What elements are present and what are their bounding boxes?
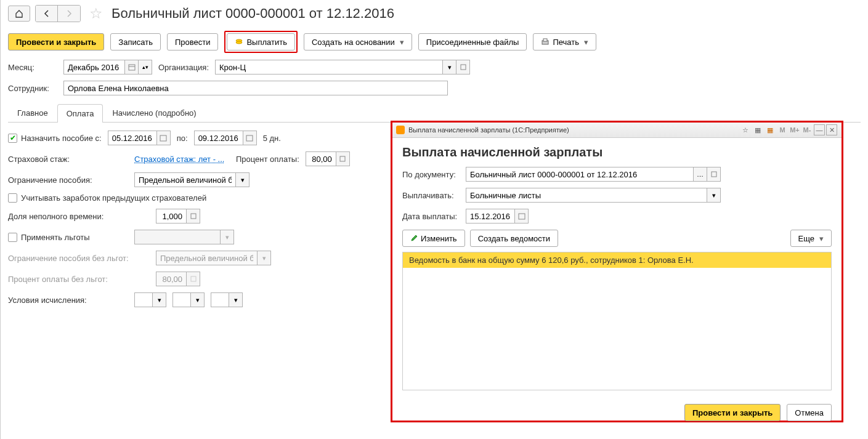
dropdown-button[interactable]: ▾: [443, 60, 456, 75]
insurance-link[interactable]: Страховой стаж: лет - ...: [134, 155, 230, 164]
more-button[interactable]: Еще ▾: [790, 230, 832, 247]
part-time-input[interactable]: [156, 209, 187, 224]
apply-benefits-label: Применять льготы: [21, 233, 90, 242]
mem-mplus-button[interactable]: M+: [789, 124, 800, 135]
by-doc-input[interactable]: [466, 167, 694, 182]
app-icon: [396, 126, 405, 134]
date-to-calendar-button[interactable]: [243, 131, 257, 145]
svg-point-1: [236, 41, 242, 44]
popup-cancel-button[interactable]: Отмена: [787, 404, 832, 421]
pay-type-group: ▾: [466, 188, 721, 203]
print-button[interactable]: Печать ▾: [533, 33, 596, 50]
days-label: 5 дн.: [263, 134, 281, 143]
by-doc-select-button[interactable]: …: [694, 167, 707, 182]
date-to-input[interactable]: [194, 131, 243, 145]
edit-button[interactable]: Изменить: [402, 230, 465, 247]
forward-button[interactable]: [58, 6, 80, 22]
favorite-star-icon[interactable]: ☆: [89, 5, 103, 22]
popup-toolbar2: Изменить Создать ведомости Еще ▾: [402, 230, 832, 247]
apply-benefits-checkbox-wrap[interactable]: Применять льготы: [8, 233, 128, 242]
post-button[interactable]: Провести: [167, 33, 219, 50]
part-time-label: Доля неполного времени:: [8, 212, 150, 221]
pay-percent-input[interactable]: [306, 151, 336, 166]
limit-no-benefits-input: [156, 251, 258, 265]
calculator-icon: [339, 156, 346, 162]
pay-type-dropdown-button[interactable]: ▾: [707, 188, 721, 203]
limit-input[interactable]: [134, 172, 236, 187]
payment-popup: Выплата начисленной зарплаты (1С:Предпри…: [391, 121, 843, 422]
calendar-popup-icon[interactable]: ▦: [765, 124, 776, 135]
pay-date-input[interactable]: [466, 209, 515, 224]
home-button[interactable]: [8, 6, 30, 22]
tab-payment[interactable]: Оплата: [57, 104, 103, 123]
svg-rect-12: [712, 172, 716, 177]
pay-date-calendar-button[interactable]: [515, 209, 529, 224]
org-input[interactable]: [215, 60, 443, 75]
popup-post-close-button[interactable]: Провести и закрыть: [684, 404, 781, 421]
assign-benefit-checkbox-wrap[interactable]: ✔ Назначить пособие с:: [8, 134, 102, 143]
post-and-close-button[interactable]: Провести и закрыть: [8, 33, 104, 50]
chevron-down-icon: ▾: [819, 234, 824, 243]
sheets-list[interactable]: Ведомость в банк на общую сумму 6 120,6 …: [402, 252, 832, 390]
calendar-icon: [128, 63, 136, 71]
employee-row: Сотрудник:: [1, 78, 868, 99]
employee-input[interactable]: [63, 81, 448, 95]
pay-date-row: Дата выплаты:: [402, 209, 832, 224]
date-from-calendar-button[interactable]: [157, 131, 171, 145]
date-from-input[interactable]: [108, 131, 157, 145]
cond2-input[interactable]: [172, 292, 191, 307]
part-time-calc-button[interactable]: [187, 209, 200, 224]
prev-insurers-checkbox-wrap[interactable]: Учитывать заработок предыдущих страховат…: [8, 193, 206, 203]
assign-benefit-label: Назначить пособие с:: [21, 134, 102, 143]
home-icon: [15, 9, 23, 18]
cond2-dropdown[interactable]: ▾: [191, 292, 205, 307]
tab-accrued[interactable]: Начислено (подробно): [103, 103, 205, 122]
limit-group: ▾: [134, 172, 249, 187]
popup-titlebar: Выплата начисленной зарплаты (1С:Предпри…: [392, 123, 842, 138]
checkbox-icon: [8, 233, 17, 242]
create-sheets-button[interactable]: Создать ведомости: [470, 230, 558, 247]
employee-label: Сотрудник:: [8, 84, 57, 93]
attached-files-button[interactable]: Присоединенные файлы: [418, 33, 527, 50]
cond1-dropdown[interactable]: ▾: [153, 292, 166, 307]
cond1-input[interactable]: [134, 292, 153, 307]
list-item[interactable]: Ведомость в банк на общую сумму 6 120,6 …: [403, 252, 831, 268]
pay-button-label: Выплатить: [246, 38, 287, 47]
pay-date-label: Дата выплаты:: [402, 212, 461, 221]
popup-footer: Провести и закрыть Отмена: [392, 398, 842, 427]
limit-label: Ограничение пособия:: [8, 175, 128, 185]
mem-m-button[interactable]: M: [777, 124, 788, 135]
percent-no-benefits-input: [156, 272, 187, 286]
cond3-group: ▾: [211, 292, 243, 307]
calendar-icon: [518, 212, 525, 220]
calendar-icon: [246, 134, 253, 142]
cond3-dropdown[interactable]: ▾: [229, 292, 243, 307]
cond3-input[interactable]: [211, 292, 229, 307]
open-button[interactable]: [456, 60, 470, 75]
minimize-icon[interactable]: —: [814, 124, 825, 135]
tab-main[interactable]: Главное: [8, 103, 57, 122]
by-doc-open-button[interactable]: [707, 167, 721, 182]
month-input[interactable]: [63, 60, 125, 75]
calendar-button[interactable]: [125, 60, 139, 75]
pencil-icon: [410, 235, 418, 242]
back-button[interactable]: [36, 6, 58, 22]
mem-mminus-button[interactable]: M-: [801, 124, 813, 135]
insurance-label: Страховой стаж:: [8, 155, 128, 164]
pay-button[interactable]: Выплатить: [227, 33, 295, 50]
limit-dropdown-button[interactable]: ▾: [236, 172, 249, 187]
calc-button[interactable]: [336, 151, 350, 166]
date-to-group: [194, 131, 257, 145]
percent-no-benefits-calc-button: [187, 272, 200, 286]
date-from-group: [108, 131, 171, 145]
prev-insurers-label: Учитывать заработок предыдущих страховат…: [21, 193, 206, 203]
header: ☆ Больничный лист 0000-000001 от 12.12.2…: [1, 0, 868, 27]
svg-rect-13: [519, 214, 525, 219]
pay-type-input[interactable]: [466, 188, 707, 203]
spinner-button[interactable]: ▴▾: [139, 60, 152, 75]
close-icon[interactable]: ✕: [826, 124, 837, 135]
save-button[interactable]: Записать: [110, 33, 161, 50]
bookmark-icon[interactable]: ☆: [740, 124, 751, 135]
calc-icon[interactable]: ▦: [752, 124, 763, 135]
create-based-button[interactable]: Создать на основании ▾: [304, 33, 412, 50]
